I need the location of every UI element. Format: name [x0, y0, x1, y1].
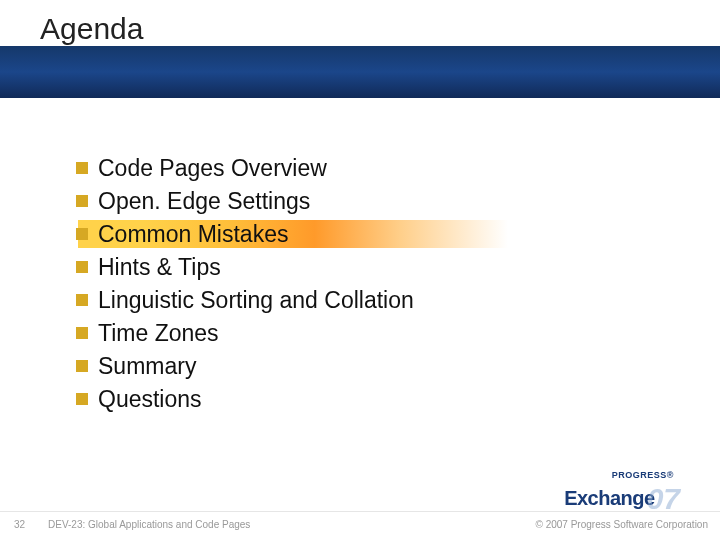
copyright: © 2007 Progress Software Corporation [536, 519, 708, 530]
agenda-item-label: Time Zones [98, 320, 219, 347]
logo-year-text: 07 [647, 484, 680, 514]
agenda-item-label: Linguistic Sorting and Collation [98, 287, 414, 314]
slide-number: 32 [14, 519, 25, 530]
agenda-item: Code Pages Overview [76, 152, 414, 184]
agenda-item: Summary [76, 350, 414, 382]
session-title: DEV-23: Global Applications and Code Pag… [48, 519, 250, 530]
agenda-item: Questions [76, 383, 414, 415]
agenda-item-label: Code Pages Overview [98, 155, 327, 182]
square-bullet-icon [76, 261, 88, 273]
logo: PROGRESS® Exchange 07 [564, 471, 680, 510]
slide-title: Agenda [40, 12, 143, 46]
agenda-item-label: Hints & Tips [98, 254, 221, 281]
square-bullet-icon [76, 294, 88, 306]
footer-divider [0, 511, 720, 512]
square-bullet-icon [76, 327, 88, 339]
logo-progress-text: PROGRESS® [564, 471, 680, 480]
agenda-item-label: Common Mistakes [98, 221, 288, 248]
square-bullet-icon [76, 228, 88, 240]
logo-exchange-text: Exchange [564, 488, 654, 508]
square-bullet-icon [76, 162, 88, 174]
logo-main-row: Exchange 07 [564, 480, 680, 510]
slide: Agenda Code Pages OverviewOpen. Edge Set… [0, 0, 720, 540]
agenda-item-label: Questions [98, 386, 202, 413]
agenda-item: Time Zones [76, 317, 414, 349]
title-bar [0, 46, 720, 98]
agenda-item: Hints & Tips [76, 251, 414, 283]
agenda-item: Linguistic Sorting and Collation [76, 284, 414, 316]
square-bullet-icon [76, 360, 88, 372]
agenda-list: Code Pages OverviewOpen. Edge SettingsCo… [76, 152, 414, 416]
square-bullet-icon [76, 195, 88, 207]
agenda-item-label: Open. Edge Settings [98, 188, 310, 215]
square-bullet-icon [76, 393, 88, 405]
agenda-item-label: Summary [98, 353, 196, 380]
agenda-item: Common Mistakes [76, 218, 414, 250]
agenda-item: Open. Edge Settings [76, 185, 414, 217]
